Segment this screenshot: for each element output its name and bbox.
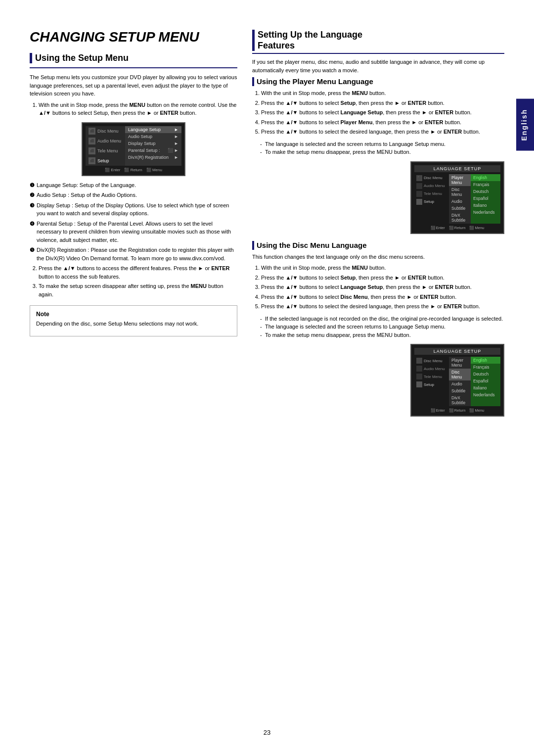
disc-notes: If the selected language is not recorded…	[252, 315, 504, 339]
lang-francais2: Français	[471, 364, 500, 371]
setup-menu-title: Using the Setup Menu	[35, 53, 129, 64]
player-section-header: Using the Player Menu Language	[252, 77, 504, 86]
lang-subtitle-item: Subtitle	[449, 205, 471, 212]
disc-menu-icon: ⬛	[416, 175, 422, 181]
lang-divx-subtitle-item: DivX Subtitle	[449, 212, 471, 224]
disc-note-2: The language is selected and the screen …	[260, 323, 504, 331]
menu-item-display: Display Setup ►	[125, 140, 181, 147]
tele-icon2	[416, 191, 422, 197]
setup-step-1: With the unit in Stop mode, press the ME…	[39, 101, 237, 117]
lang-setup-label2: Setup	[414, 380, 449, 388]
player-steps-list: With the unit in Stop mode, press the ME…	[252, 89, 504, 136]
disc-step-1: With the unit in Stop mode, press the ME…	[261, 264, 504, 272]
setup-step-3: To make the setup screen disappear after…	[39, 282, 237, 298]
lang-return-label: ⬛ Return	[449, 226, 466, 230]
setup-icon3	[416, 381, 422, 387]
disc-step-5: Press the ▲/▼ buttons to select the desi…	[261, 302, 504, 311]
bullet-1-num: ❶	[30, 181, 35, 189]
bullet-2-num: ❷	[30, 191, 35, 199]
disc-step-3: Press the ▲/▼ buttons to select Language…	[261, 283, 504, 291]
disc-steps-list: With the unit in Stop mode, press the ME…	[252, 264, 504, 311]
lang-deutsch2: Deutsch	[471, 371, 500, 378]
section-divider	[30, 67, 237, 68]
note-box: Note Depending on the disc, some Setup M…	[30, 305, 237, 336]
player-section-bar	[252, 77, 254, 86]
bullet-2: ❷ Audio Setup : Setup of the Audio Optio…	[30, 191, 237, 199]
left-column: CHANGING SETUP MENU Using the Setup Menu…	[30, 30, 237, 726]
menu-item-divx: DivX(R) Registration ►	[125, 154, 181, 161]
lang-english: English	[471, 174, 500, 181]
lang-mockup-2-body: Disc Menu Audio Menu Tele Menu Setu	[414, 357, 500, 406]
lang-tele-label2: Tele Menu	[414, 373, 449, 380]
disc-note-1: If the selected language is not recorded…	[260, 315, 504, 323]
page-heading: Setting Up the Language Features	[252, 30, 504, 54]
menu-setup: ⬛ Setup	[86, 156, 125, 166]
player-menu-title: Using the Player Menu Language	[257, 77, 373, 86]
player-step-4: Press the ▲/▼ buttons to select Player M…	[261, 118, 504, 127]
lang-audio-label: Audio Menu	[414, 182, 449, 190]
lang-enter-label: ⬛ Enter	[431, 226, 445, 230]
disc-step-2: Press the ▲/▼ buttons to select Setup, t…	[261, 274, 504, 282]
lang-mockup-2-bottom: ⬛ Enter ⬛ Return ⬛ Menu	[414, 408, 500, 413]
lang-italiano2: Italiano	[471, 384, 500, 391]
disc-menu-section: Using the Disc Menu Language This functi…	[252, 241, 504, 417]
lang-disc-menu-label: ⬛ Disc Menu	[414, 174, 449, 182]
lang-audio-item2: Audio	[449, 380, 471, 387]
bullet-2-text: Audio Setup : Setup of the Audio Options…	[37, 191, 137, 199]
player-step-2: Press the ▲/▼ buttons to select Setup, t…	[261, 99, 504, 107]
player-note-2: To make the setup menu disappear, press …	[260, 148, 504, 156]
page-number: 23	[264, 729, 270, 736]
bullet-5: ❺ DivX(R) Registration : Please use the …	[30, 246, 237, 262]
menu-audio-menu: ⬛ Audio Menu	[86, 136, 125, 146]
audio-icon2	[416, 183, 422, 189]
audio-icon: ⬛	[89, 138, 95, 144]
bullet-3-text: Display Setup : Setup of the Display Opt…	[37, 201, 237, 218]
page-title-line2: Features	[258, 41, 362, 51]
lang-enter-label2: ⬛ Enter	[431, 408, 445, 413]
bullet-4-text: Parental Setup : Setup of the Parental L…	[37, 220, 237, 244]
lang-mockup-1-title: LANGUAGE SETUP	[414, 165, 500, 172]
menu-screenshot: ⬛ Disc Menu ⬛ Audio Menu ⬛ Tele Menu ⬛ S…	[82, 122, 185, 176]
lang-screenshot-1: LANGUAGE SETUP ⬛ Disc Menu Audio Menu	[410, 161, 504, 234]
lang-values-1: English Français Deutsch Español Italian…	[471, 174, 500, 224]
lang-disc-menu-item: Disc Menu	[449, 186, 471, 198]
lang-left-1: ⬛ Disc Menu Audio Menu Tele Menu	[414, 174, 449, 224]
lang-mockup-1-body: ⬛ Disc Menu Audio Menu Tele Menu	[414, 174, 500, 224]
lang-nederlands: Nederlands	[471, 209, 500, 216]
bullet-3-num: ❸	[30, 201, 35, 218]
bullet-1: ❶ Language Setup: Setup of the Language.	[30, 181, 237, 189]
disc-step-4: Press the ▲/▼ buttons to select Disc Men…	[261, 293, 504, 301]
lang-english2: English	[471, 357, 500, 364]
menu-tele-menu: ⬛ Tele Menu	[86, 146, 125, 156]
right-intro: If you set the player menu, disc menu, a…	[252, 58, 504, 74]
disc-note-3: To make the setup menu disappear, press …	[260, 331, 504, 339]
lang-disc-menu-label2: Disc Menu	[414, 357, 449, 365]
section-bar	[30, 53, 32, 64]
menu-item-audio: Audio Setup ►	[125, 133, 181, 140]
player-step-5: Press the ▲/▼ buttons to select the desi…	[261, 128, 504, 136]
main-title: CHANGING SETUP MENU	[30, 30, 237, 45]
page-title-line1: Setting Up the Language	[258, 30, 362, 41]
lang-player-menu-item: Player Menu	[449, 174, 471, 186]
lang-setup-label: Setup	[414, 198, 449, 206]
lang-menu-label2: ⬛ Menu	[469, 408, 484, 413]
lang-espanol: Español	[471, 195, 500, 202]
menu-disc-menu: ⬛ Disc Menu	[86, 126, 125, 136]
lang-return-label2: ⬛ Return	[449, 408, 466, 413]
setup-menu-section-header: Using the Setup Menu	[30, 53, 237, 64]
disc-icon: ⬛	[89, 128, 95, 135]
right-section-bar	[252, 30, 255, 51]
player-step-3: Press the ▲/▼ buttons to select Language…	[261, 108, 504, 117]
setup-icon2	[416, 199, 422, 205]
tele-icon3	[416, 374, 422, 379]
lang-espanol2: Español	[471, 378, 500, 384]
lang-deutsch: Deutsch	[471, 188, 500, 195]
menu-menu-label: ⬛ Menu	[146, 168, 162, 172]
player-step-1: With the unit in Stop mode, press the ME…	[261, 89, 504, 97]
lang-audio-label2: Audio Menu	[414, 365, 449, 373]
setup-steps-list: With the unit in Stop mode, press the ME…	[30, 101, 237, 117]
setup-intro: The Setup menu lets you customize your D…	[30, 73, 237, 98]
menu-item-parental: Parental Setup : ⬛ ►	[125, 147, 181, 154]
disc-menu-icon2	[416, 358, 422, 364]
disc-menu-title: Using the Disc Menu Language	[257, 241, 367, 250]
